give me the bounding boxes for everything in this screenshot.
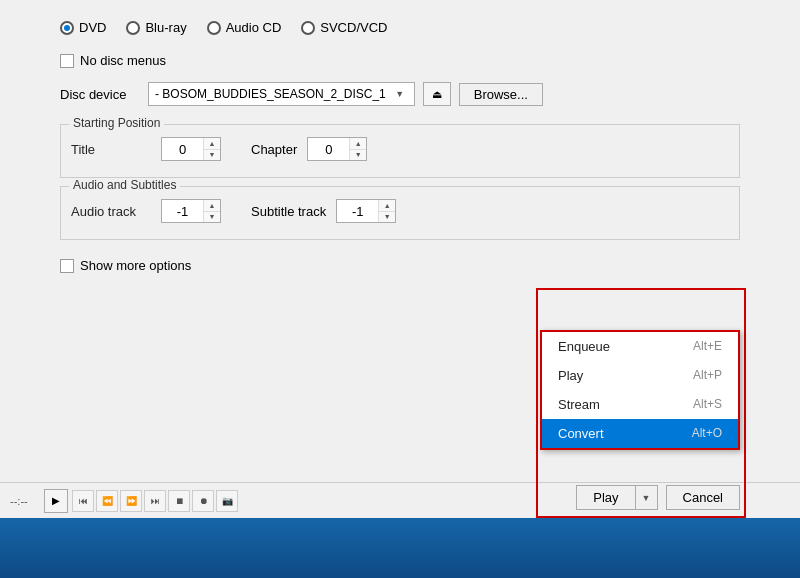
dropdown-enqueue-label: Enqueue <box>558 339 610 354</box>
browse-button[interactable]: Browse... <box>459 83 543 106</box>
subtitle-track-spinner[interactable]: -1 ▲ ▼ <box>336 199 396 223</box>
play-dropdown-arrow-icon: ▼ <box>642 493 651 503</box>
starting-position-label: Starting Position <box>69 116 164 130</box>
windows-taskbar <box>0 518 800 578</box>
title-spin-up[interactable]: ▲ <box>204 138 220 150</box>
radio-dvd[interactable]: DVD <box>60 20 106 35</box>
show-more-label: Show more options <box>80 258 191 273</box>
disc-device-arrow: ▼ <box>392 86 408 102</box>
title-spin-down[interactable]: ▼ <box>204 150 220 161</box>
audio-track-value: -1 <box>162 204 203 219</box>
radio-circle-svcd <box>301 21 315 35</box>
audio-track-spin-down[interactable]: ▼ <box>204 212 220 223</box>
title-chapter-row: Title 0 ▲ ▼ Chapter 0 ▲ ▼ <box>71 131 729 167</box>
play-dropdown-button[interactable]: ▼ <box>636 486 657 509</box>
toolbar-time: --:-- <box>10 495 40 507</box>
play-button-group: Play ▼ <box>576 485 657 510</box>
play-main-button[interactable]: Play <box>577 486 635 509</box>
cancel-button[interactable]: Cancel <box>666 485 740 510</box>
subtitle-track-spin-down[interactable]: ▼ <box>379 212 395 223</box>
dropdown-convert-label: Convert <box>558 426 604 441</box>
disc-type-row: DVD Blu-ray Audio CD SVCD/VCD <box>60 12 740 45</box>
subtitle-track-arrows: ▲ ▼ <box>378 200 395 222</box>
eject-icon: ⏏ <box>432 88 442 101</box>
toolbar-btn-7[interactable]: 📷 <box>216 490 238 512</box>
radio-label-audiocd: Audio CD <box>226 20 282 35</box>
title-spin-arrows: ▲ ▼ <box>203 138 220 160</box>
action-buttons-area: Play ▼ Cancel <box>576 485 740 510</box>
dropdown-item-enqueue[interactable]: Enqueue Alt+E <box>542 332 738 361</box>
dropdown-item-convert[interactable]: Convert Alt+O <box>542 419 738 448</box>
audio-track-spin-up[interactable]: ▲ <box>204 200 220 212</box>
radio-label-bluray: Blu-ray <box>145 20 186 35</box>
disc-device-label: Disc device <box>60 87 140 102</box>
radio-bluray[interactable]: Blu-ray <box>126 20 186 35</box>
chapter-label: Chapter <box>251 142 297 157</box>
dropdown-stream-label: Stream <box>558 397 600 412</box>
disc-device-select[interactable]: - BOSOM_BUDDIES_SEASON_2_DISC_1 ▼ <box>148 82 415 106</box>
show-more-row: Show more options <box>60 248 740 283</box>
toolbar-btn-4[interactable]: ⏭ <box>144 490 166 512</box>
title-label: Title <box>71 142 151 157</box>
toolbar-btn-1[interactable]: ⏮ <box>72 490 94 512</box>
radio-svcd[interactable]: SVCD/VCD <box>301 20 387 35</box>
show-more-checkbox[interactable] <box>60 259 74 273</box>
toolbar-media-buttons: ⏮ ⏪ ⏩ ⏭ ⏹ ⏺ 📷 <box>72 490 238 512</box>
subtitle-track-label: Subtitle track <box>251 204 326 219</box>
dropdown-enqueue-shortcut: Alt+E <box>693 339 722 354</box>
no-disc-menus-checkbox[interactable] <box>60 54 74 68</box>
chapter-value: 0 <box>308 142 349 157</box>
audio-subtitles-label: Audio and Subtitles <box>69 178 180 192</box>
toolbar-btn-5[interactable]: ⏹ <box>168 490 190 512</box>
chapter-spin-down[interactable]: ▼ <box>350 150 366 161</box>
title-spinner[interactable]: 0 ▲ ▼ <box>161 137 221 161</box>
no-disc-menus-row: No disc menus <box>60 45 740 76</box>
radio-audiocd[interactable]: Audio CD <box>207 20 282 35</box>
dropdown-stream-shortcut: Alt+S <box>693 397 722 412</box>
audio-track-spinner[interactable]: -1 ▲ ▼ <box>161 199 221 223</box>
audio-subtitle-row: Audio track -1 ▲ ▼ Subtitle track -1 ▲ ▼ <box>71 193 729 229</box>
chapter-spinner[interactable]: 0 ▲ ▼ <box>307 137 367 161</box>
no-disc-menus-label: No disc menus <box>80 53 166 68</box>
eject-button[interactable]: ⏏ <box>423 82 451 106</box>
toolbar-btn-6[interactable]: ⏺ <box>192 490 214 512</box>
toolbar-play-icon: ▶ <box>52 495 60 506</box>
dropdown-item-play[interactable]: Play Alt+P <box>542 361 738 390</box>
play-dropdown-menu: Enqueue Alt+E Play Alt+P Stream Alt+S Co… <box>540 330 740 450</box>
toolbar-btn-2[interactable]: ⏪ <box>96 490 118 512</box>
dropdown-item-stream[interactable]: Stream Alt+S <box>542 390 738 419</box>
starting-position-group: Starting Position Title 0 ▲ ▼ Chapter 0 … <box>60 124 740 178</box>
title-value: 0 <box>162 142 203 157</box>
dropdown-play-shortcut: Alt+P <box>693 368 722 383</box>
radio-label-dvd: DVD <box>79 20 106 35</box>
chapter-spin-up[interactable]: ▲ <box>350 138 366 150</box>
disc-device-value: - BOSOM_BUDDIES_SEASON_2_DISC_1 <box>155 87 386 101</box>
audio-track-arrows: ▲ ▼ <box>203 200 220 222</box>
radio-circle-dvd <box>60 21 74 35</box>
toolbar-play-button[interactable]: ▶ <box>44 489 68 513</box>
radio-label-svcd: SVCD/VCD <box>320 20 387 35</box>
toolbar-btn-3[interactable]: ⏩ <box>120 490 142 512</box>
subtitle-track-spin-up[interactable]: ▲ <box>379 200 395 212</box>
disc-device-row: Disc device - BOSOM_BUDDIES_SEASON_2_DIS… <box>60 76 740 116</box>
audio-track-label: Audio track <box>71 204 151 219</box>
radio-circle-audiocd <box>207 21 221 35</box>
radio-circle-bluray <box>126 21 140 35</box>
dropdown-convert-shortcut: Alt+O <box>692 426 722 441</box>
dropdown-play-label: Play <box>558 368 583 383</box>
chapter-spin-arrows: ▲ ▼ <box>349 138 366 160</box>
audio-subtitles-group: Audio and Subtitles Audio track -1 ▲ ▼ S… <box>60 186 740 240</box>
subtitle-track-value: -1 <box>337 204 378 219</box>
